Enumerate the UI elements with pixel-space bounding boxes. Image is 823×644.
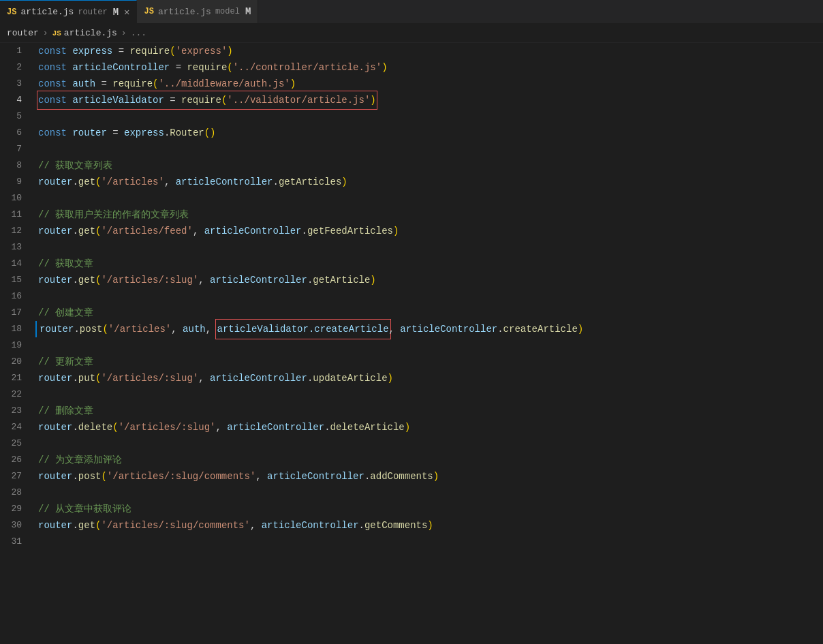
token: getArticles	[279, 174, 341, 190]
token: .	[72, 419, 78, 435]
token: router	[38, 419, 72, 435]
code-line-14: // 获取文章	[35, 256, 823, 272]
code-content[interactable]: const express = require('express')const …	[33, 43, 823, 644]
token: articleController	[210, 370, 307, 386]
token: post	[78, 468, 102, 485]
code-line-5	[35, 108, 823, 125]
token: )	[370, 272, 375, 288]
line-num-2: 2	[11, 59, 27, 76]
token: =	[101, 76, 106, 92]
token: (	[95, 174, 101, 190]
token: (	[170, 43, 175, 59]
token: (	[95, 223, 101, 239]
token: articleController	[267, 468, 364, 485]
code-line-28	[35, 485, 823, 501]
token: ,	[215, 419, 227, 435]
close-tab-1[interactable]: ✕	[124, 6, 129, 18]
token: const	[38, 43, 67, 59]
line-num-12: 12	[11, 223, 27, 239]
token: 'express'	[176, 43, 228, 59]
token: // 创建文章	[38, 305, 93, 321]
breadcrumb-router[interactable]: router	[7, 28, 39, 38]
line-num-23: 23	[11, 403, 27, 419]
token: // 删除文章	[38, 403, 93, 419]
line-num-3: 3	[11, 76, 27, 92]
token: '/articles/:slug/comments'	[101, 517, 249, 534]
modified-indicator-2: M	[245, 6, 251, 17]
token: post	[80, 321, 103, 337]
token: addComments	[370, 468, 433, 485]
token: ,	[171, 321, 183, 337]
token	[124, 43, 129, 59]
token: put	[78, 370, 95, 386]
token: .	[273, 174, 279, 190]
tab-sublabel-1: router	[78, 7, 107, 17]
token: articleValidator	[72, 92, 164, 108]
token: router	[38, 223, 72, 239]
line-num-14: 14	[11, 256, 27, 272]
token: router	[38, 370, 72, 386]
tab-article-router[interactable]: JS article.js router M ✕	[0, 0, 137, 23]
tab-label-1: article.js	[20, 7, 74, 17]
code-line-26: // 为文章添加评论	[35, 452, 823, 468]
token: .	[72, 272, 78, 288]
token: .	[72, 517, 78, 534]
js-file-icon-2: JS	[144, 7, 153, 16]
line-num-24: 24	[11, 419, 27, 435]
code-line-30: router.get('/articles/:slug/comments', a…	[35, 517, 823, 534]
token: .	[164, 125, 170, 141]
token: '/articles/feed'	[101, 223, 192, 239]
token: // 从文章中获取评论	[38, 501, 131, 517]
token	[67, 43, 72, 59]
code-line-31	[35, 534, 823, 550]
breadcrumb-sep-1: ›	[43, 28, 48, 38]
token: (	[102, 321, 108, 337]
token: express	[72, 43, 112, 59]
line-num-18: 18	[11, 321, 27, 337]
code-line-1: const express = require('express')	[35, 43, 823, 59]
token: const	[38, 76, 67, 92]
token: express	[124, 125, 164, 141]
code-line-18: router.post('/articles', auth, articleVa…	[35, 321, 823, 337]
token: )	[433, 468, 439, 485]
token: .	[74, 321, 79, 337]
line-num-20: 20	[11, 354, 27, 370]
token: const	[38, 125, 67, 141]
token	[176, 92, 181, 108]
tab-sublabel-2: model	[215, 7, 240, 16]
token: ,	[198, 272, 210, 288]
code-line-21: router.put('/articles/:slug', articleCon…	[35, 370, 823, 386]
token	[67, 125, 72, 141]
token: '/articles'	[101, 174, 164, 190]
token: =	[176, 59, 181, 76]
token	[170, 59, 175, 76]
tab-article-model[interactable]: JS article.js model M	[137, 0, 258, 23]
token	[67, 59, 72, 76]
js-file-icon: JS	[7, 7, 16, 17]
line-num-1: 1	[11, 43, 27, 59]
token	[164, 92, 170, 108]
code-line-12: router.get('/articles/feed', articleCont…	[35, 223, 823, 239]
token: ()	[204, 125, 216, 141]
token: get	[78, 272, 95, 288]
line-num-19: 19	[11, 337, 27, 354]
token	[107, 76, 112, 92]
token: getArticle	[313, 272, 370, 288]
breadcrumb-filename[interactable]: article.js	[64, 28, 117, 38]
token: '/articles/:slug/comments'	[107, 468, 255, 485]
token: // 获取文章列表	[38, 157, 112, 174]
token: .	[72, 468, 78, 485]
token: (	[153, 76, 158, 92]
token: ,	[198, 370, 210, 386]
code-line-7	[35, 141, 823, 157]
token: .	[364, 468, 370, 485]
token: '../middleware/auth.js'	[158, 76, 290, 92]
code-line-19	[35, 337, 823, 354]
token: // 更新文章	[38, 354, 93, 370]
code-line-6: const router = express.Router()	[35, 125, 823, 141]
token: (	[221, 92, 227, 108]
token: require	[112, 76, 153, 92]
token: (	[112, 419, 118, 435]
code-line-22	[35, 386, 823, 403]
line-num-10: 10	[11, 190, 27, 206]
